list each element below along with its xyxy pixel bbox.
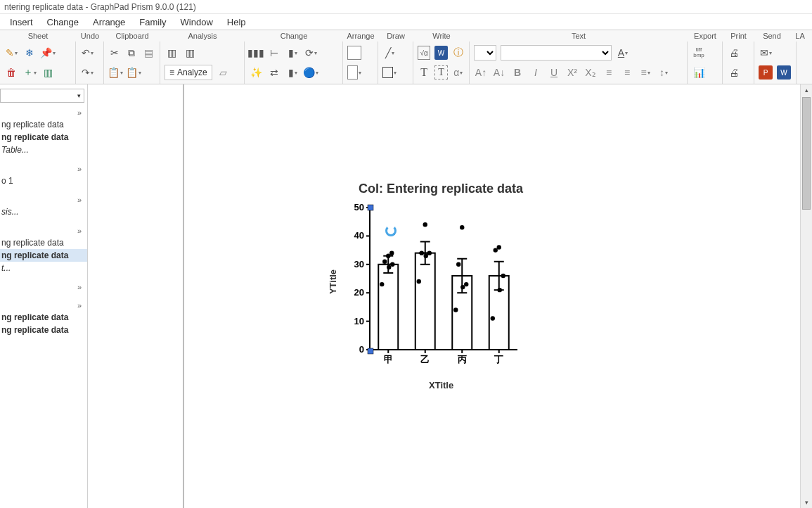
export-tiff-icon[interactable]: tiffbmp — [692, 46, 706, 60]
cut-icon[interactable]: ✂ — [108, 46, 121, 60]
line-spacing-icon[interactable]: ↕▾ — [657, 65, 671, 80]
navigator-item[interactable]: t... — [0, 262, 87, 274]
workspace: ▾ »ng replicate datang replicate dataTab… — [0, 84, 812, 508]
chart-object[interactable]: Col: Entering replicate data 01020304050… — [332, 172, 571, 405]
menu-window[interactable]: Window — [174, 15, 220, 29]
add-icon[interactable]: ＋▾ — [22, 65, 37, 80]
ribbon-label-arrange: Arrange — [343, 32, 378, 40]
paste-special-icon[interactable]: ▤ — [143, 46, 155, 60]
svg-text:50: 50 — [354, 202, 364, 212]
copy-icon[interactable]: ⧉ — [125, 46, 138, 60]
navigator-item[interactable]: ng replicate data — [0, 236, 87, 249]
section-chevron-icon[interactable]: » — [0, 225, 87, 236]
rect-draw-icon[interactable]: ▾ — [382, 65, 397, 80]
export-graph-icon[interactable]: 📊 — [692, 65, 706, 80]
chart-type-icon[interactable]: ▮▾ — [285, 46, 299, 60]
scroll-down-icon[interactable]: ▾ — [801, 497, 812, 508]
redo-icon[interactable]: ↷▾ — [80, 65, 94, 80]
section-chevron-icon[interactable]: » — [0, 194, 87, 205]
send-word-icon[interactable]: W — [777, 65, 791, 80]
svg-point-24 — [387, 265, 391, 269]
info-icon[interactable]: ⓘ — [452, 46, 465, 60]
menu-arrange[interactable]: Arrange — [86, 15, 132, 29]
align-left-icon[interactable]: ≡ — [602, 65, 616, 80]
pin-icon[interactable]: 📌▾ — [41, 46, 55, 60]
navigator-item[interactable]: ng replicate data — [0, 249, 87, 262]
send-ppt-icon[interactable]: P — [759, 65, 773, 80]
scroll-thumb[interactable] — [802, 97, 811, 210]
equation-icon[interactable]: √α — [418, 46, 430, 60]
navigator-dropdown[interactable]: ▾ — [0, 89, 84, 103]
snowflake-icon[interactable]: ❄ — [22, 46, 37, 60]
underline-icon[interactable]: U — [547, 65, 561, 80]
navigator-item[interactable]: sis... — [0, 205, 87, 218]
section-chevron-icon[interactable]: » — [0, 300, 87, 311]
svg-rect-14 — [368, 205, 373, 210]
email-icon[interactable]: ✉▾ — [759, 46, 773, 60]
section-chevron-icon[interactable]: » — [0, 107, 87, 118]
color-scheme-icon[interactable]: 🔵▾ — [304, 65, 318, 80]
align-center-icon[interactable]: ≡ — [620, 65, 634, 80]
page[interactable]: Col: Entering replicate data 01020304050… — [183, 84, 800, 508]
svg-point-63 — [494, 248, 498, 252]
layer-icon[interactable] — [347, 46, 361, 60]
chart-title[interactable]: Col: Entering replicate data — [359, 182, 523, 196]
eraser-icon[interactable]: ▱ — [217, 65, 231, 80]
y-axis-label[interactable]: YTitle — [328, 269, 338, 294]
svg-text:0: 0 — [359, 344, 364, 355]
italic-icon[interactable]: I — [529, 65, 543, 80]
svg-point-40 — [423, 222, 427, 227]
navigator-item[interactable]: ng replicate data — [0, 118, 87, 131]
menubar: Insert Change Arrange Family Window Help — [0, 14, 812, 30]
menu-family[interactable]: Family — [132, 15, 173, 29]
text-box-icon[interactable]: T — [434, 65, 447, 80]
chart-format-icon[interactable]: ▮▾ — [285, 65, 299, 80]
navigator-item[interactable]: o 1 — [0, 174, 87, 187]
clipboard-alt-icon[interactable]: 📋▾ — [127, 65, 141, 80]
print-icon[interactable]: 🖨 — [727, 46, 741, 60]
highlighter-icon[interactable]: ✎▾ — [4, 46, 18, 60]
section-chevron-icon[interactable]: » — [0, 281, 87, 293]
decrease-font-icon[interactable]: A↓ — [492, 65, 506, 80]
x-axis-label[interactable]: XTitle — [429, 380, 453, 390]
axes-icon[interactable]: ⊢ — [267, 46, 281, 60]
analyze-button[interactable]: ≡ Analyze — [165, 65, 212, 80]
font-color-icon[interactable]: A▾ — [616, 46, 630, 60]
section-chevron-icon[interactable]: » — [0, 163, 87, 174]
arrange-icon[interactable]: ▾ — [347, 65, 361, 80]
rotate-icon[interactable]: ⟳▾ — [304, 46, 318, 60]
text-tool-icon[interactable]: T — [418, 65, 430, 80]
navigator-item[interactable]: ng replicate data — [0, 131, 87, 144]
word-insert-icon[interactable]: W — [434, 46, 447, 60]
align-justify-icon[interactable]: ≡▾ — [638, 65, 652, 80]
menu-insert[interactable]: Insert — [3, 15, 40, 29]
undo-icon[interactable]: ↶▾ — [80, 46, 94, 60]
scroll-up-icon[interactable]: ▴ — [801, 84, 812, 96]
ribbon-label-clipboard: Clipboard — [104, 32, 160, 40]
subscript-icon[interactable]: X₂ — [584, 65, 598, 80]
trash-icon[interactable]: 🗑 — [4, 65, 18, 80]
navigator-item[interactable]: Table... — [0, 144, 87, 156]
font-size-select[interactable] — [474, 45, 496, 61]
font-name-select[interactable] — [501, 45, 612, 61]
alpha-icon[interactable]: α▾ — [452, 65, 465, 80]
vertical-scrollbar[interactable]: ▴ ▾ — [800, 84, 812, 508]
superscript-icon[interactable]: X² — [565, 65, 579, 80]
chart-settings-icon[interactable]: ▥ — [165, 46, 179, 60]
menu-change[interactable]: Change — [40, 15, 86, 29]
new-sheet-icon[interactable]: ▥ — [41, 65, 55, 80]
svg-point-28 — [389, 250, 394, 255]
svg-point-50 — [464, 282, 468, 286]
magic-icon[interactable]: ✨ — [249, 65, 263, 80]
bar-chart-icon[interactable]: ▮▮▮ — [249, 46, 263, 60]
print-all-icon[interactable]: 🖨 — [727, 65, 741, 80]
chart-settings2-icon[interactable]: ▥ — [183, 46, 197, 60]
increase-font-icon[interactable]: A↑ — [474, 65, 488, 80]
menu-help[interactable]: Help — [220, 15, 253, 29]
bold-icon[interactable]: B — [510, 65, 524, 80]
swap-axes-icon[interactable]: ⇄ — [267, 65, 281, 80]
line-draw-icon[interactable]: ╱▾ — [382, 46, 397, 60]
clipboard-icon[interactable]: 📋▾ — [108, 65, 122, 80]
navigator-item[interactable]: ng replicate data — [0, 311, 87, 324]
navigator-item[interactable]: ng replicate data — [0, 324, 87, 336]
